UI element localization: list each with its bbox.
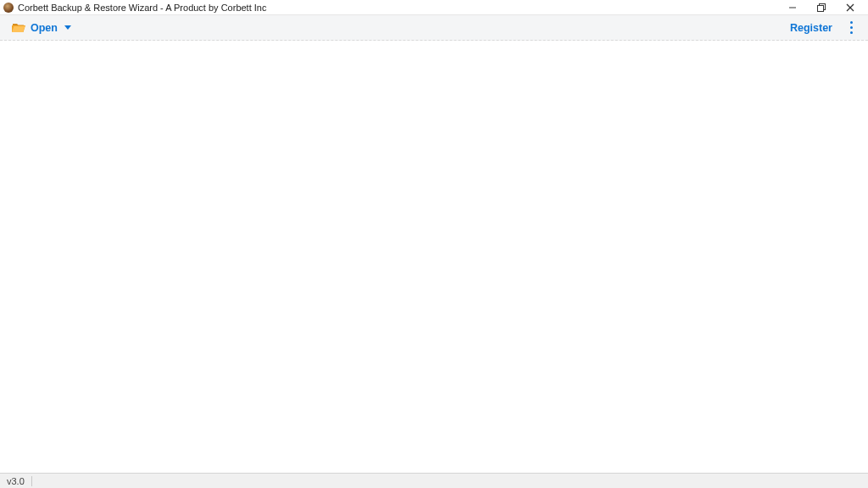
more-menu-button[interactable]: [841, 18, 861, 38]
close-icon: [846, 3, 854, 12]
minimize-icon: [788, 3, 797, 12]
chevron-down-icon: [64, 25, 71, 30]
content-area: [0, 41, 868, 473]
window-title: Corbett Backup & Restore Wizard - A Prod…: [18, 3, 266, 13]
open-button-label: Open: [31, 22, 58, 34]
titlebar: Corbett Backup & Restore Wizard - A Prod…: [0, 0, 868, 15]
minimize-button[interactable]: [778, 0, 807, 15]
folder-open-icon: [12, 22, 25, 33]
register-link-label: Register: [790, 22, 832, 34]
maximize-button[interactable]: [807, 0, 836, 15]
statusbar-separator: [31, 476, 32, 486]
maximize-icon: [817, 3, 826, 12]
more-vertical-icon: [850, 20, 853, 36]
statusbar: v3.0: [0, 473, 868, 488]
toolbar: Open Register: [0, 15, 868, 41]
register-link[interactable]: Register: [785, 19, 837, 37]
svg-rect-2: [818, 5, 824, 11]
close-button[interactable]: [836, 0, 865, 15]
version-label: v3.0: [7, 476, 25, 486]
app-icon: [3, 3, 14, 13]
open-button[interactable]: Open: [7, 19, 76, 37]
